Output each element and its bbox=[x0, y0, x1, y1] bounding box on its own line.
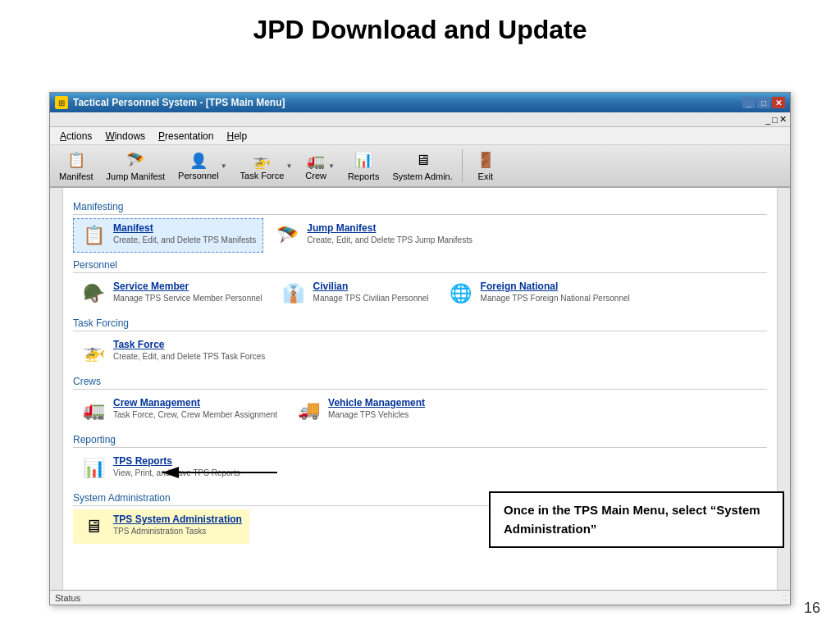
menu-actions[interactable]: Actions bbox=[53, 129, 98, 144]
crews-header: Crews bbox=[73, 376, 767, 390]
civilian-tile[interactable]: 👔 Civilian Manage TPS Civilian Personnel bbox=[273, 276, 437, 311]
inner-restore[interactable]: □ bbox=[772, 115, 778, 125]
arrow-annotation bbox=[146, 456, 294, 489]
tps-system-admin-text: TPS System Administration TPS Administra… bbox=[113, 514, 242, 536]
reports-toolbar-btn[interactable]: 📊 Reports bbox=[342, 147, 386, 185]
civilian-text: Civilian Manage TPS Civilian Personnel bbox=[313, 281, 429, 303]
menu-help[interactable]: Help bbox=[220, 129, 253, 144]
window-controls: _ □ ✕ bbox=[742, 97, 785, 108]
crew-management-icon: 🚛 bbox=[80, 397, 107, 423]
tps-system-admin-icon: 🖥 bbox=[80, 514, 107, 540]
service-member-text: Service Member Manage TPS Service Member… bbox=[113, 281, 262, 303]
page-number: 16 bbox=[804, 600, 820, 617]
jump-manifest-icon: 🪂 bbox=[126, 150, 145, 170]
crew-dropdown-arrow: ▼ bbox=[328, 162, 335, 170]
foreign-national-title: Foreign National bbox=[481, 281, 630, 292]
task-force-icon: 🚁 bbox=[252, 151, 272, 171]
jump-manifest-tile[interactable]: 🪂 Jump Manifest Create, Edit, and Delete… bbox=[267, 218, 480, 253]
civilian-icon: 👔 bbox=[281, 281, 307, 307]
vehicle-management-title: Vehicle Management bbox=[328, 397, 425, 409]
menu-windows[interactable]: Windows bbox=[98, 129, 152, 144]
exit-icon: 🚪 bbox=[476, 150, 495, 170]
tps-reports-icon: 📊 bbox=[80, 455, 107, 482]
minimize-button[interactable]: _ bbox=[742, 97, 756, 108]
jump-manifest-toolbar-btn[interactable]: 🪂 Jump Manifest bbox=[101, 147, 171, 185]
personnel-header: Personnel bbox=[73, 259, 767, 273]
tps-system-admin-desc: TPS Administration Tasks bbox=[113, 527, 242, 536]
window-title-text: Tactical Personnel System - [TPS Main Me… bbox=[73, 97, 742, 108]
service-member-desc: Manage TPS Service Member Personnel bbox=[113, 294, 262, 303]
tps-system-admin-title: TPS System Administration bbox=[113, 514, 242, 525]
jump-manifest-tile-title: Jump Manifest bbox=[307, 222, 472, 234]
civilian-title: Civilian bbox=[313, 281, 429, 292]
task-forcing-items: 🚁 Task Force Create, Edit, and Delete TP… bbox=[73, 335, 767, 369]
system-admin-label: System Admin. bbox=[392, 171, 452, 181]
toolbar-separator bbox=[462, 149, 463, 182]
task-force-tile-icon: 🚁 bbox=[80, 339, 107, 365]
toolbar: 📋 Manifest 🪂 Jump Manifest 👤 Personnel ▼… bbox=[50, 145, 790, 188]
jump-manifest-tile-icon: 🪂 bbox=[274, 222, 300, 249]
civilian-desc: Manage TPS Civilian Personnel bbox=[313, 294, 429, 303]
reports-icon: 📊 bbox=[354, 150, 373, 170]
exit-label: Exit bbox=[478, 171, 493, 181]
status-bar-label: Status bbox=[55, 593, 80, 603]
manifest-label: Manifest bbox=[59, 171, 94, 181]
system-admin-icon: 🖥 bbox=[413, 150, 432, 170]
crew-management-desc: Task Force, Crew, Crew Member Assignment bbox=[113, 410, 277, 419]
vehicle-management-text: Vehicle Management Manage TPS Vehicles bbox=[328, 397, 425, 419]
slide-title: JPD Download and Update bbox=[0, 0, 840, 57]
personnel-dropdown-arrow: ▼ bbox=[221, 162, 227, 170]
task-force-toolbar-btn[interactable]: 🚁 Task Force ▼ bbox=[235, 147, 299, 185]
inner-close[interactable]: ✕ bbox=[779, 114, 787, 125]
manifesting-header: Manifesting bbox=[73, 201, 767, 215]
reporting-header: Reporting bbox=[73, 434, 767, 448]
task-forcing-header: Task Forcing bbox=[73, 317, 767, 331]
left-sidebar bbox=[50, 188, 63, 590]
jump-manifest-tile-desc: Create, Edit, and Delete TPS Jump Manife… bbox=[307, 235, 472, 244]
personnel-icon: 👤 bbox=[189, 151, 208, 171]
window-app-icon: ⊞ bbox=[55, 96, 68, 109]
service-member-icon: 🪖 bbox=[80, 281, 107, 307]
crews-items: 🚛 Crew Management Task Force, Crew, Crew… bbox=[73, 393, 767, 427]
personnel-label: Personnel bbox=[178, 171, 219, 180]
jump-manifest-tile-text: Jump Manifest Create, Edit, and Delete T… bbox=[307, 222, 472, 244]
task-force-tile-text: Task Force Create, Edit, and Delete TPS … bbox=[113, 339, 265, 361]
crew-toolbar-btn[interactable]: 🚛 Crew ▼ bbox=[299, 147, 340, 185]
crew-management-tile[interactable]: 🚛 Crew Management Task Force, Crew, Crew… bbox=[73, 393, 285, 427]
callout-box: Once in the TPS Main Menu, select “Syste… bbox=[489, 491, 784, 548]
tps-system-admin-tile[interactable]: 🖥 TPS System Administration TPS Administ… bbox=[73, 509, 249, 544]
foreign-national-text: Foreign National Manage TPS Foreign Nati… bbox=[481, 281, 630, 303]
manifest-tile-icon: 📋 bbox=[80, 222, 107, 249]
exit-toolbar-btn[interactable]: 🚪 Exit bbox=[466, 147, 505, 185]
reports-label: Reports bbox=[348, 171, 380, 181]
task-force-tile-desc: Create, Edit, and Delete TPS Task Forces bbox=[113, 352, 265, 361]
service-member-tile[interactable]: 🪖 Service Member Manage TPS Service Memb… bbox=[73, 276, 270, 311]
inner-minimize[interactable]: _ bbox=[765, 115, 770, 125]
menu-bar: Actions Windows Presentation Help bbox=[50, 127, 790, 145]
maximize-button[interactable]: □ bbox=[757, 97, 770, 108]
task-force-tile[interactable]: 🚁 Task Force Create, Edit, and Delete TP… bbox=[73, 335, 272, 369]
task-force-tile-title: Task Force bbox=[113, 339, 265, 350]
manifest-toolbar-btn[interactable]: 📋 Manifest bbox=[53, 147, 99, 185]
jump-manifest-label: Jump Manifest bbox=[107, 171, 166, 181]
personnel-items: 🪖 Service Member Manage TPS Service Memb… bbox=[73, 276, 767, 311]
crew-management-text: Crew Management Task Force, Crew, Crew M… bbox=[113, 397, 277, 419]
close-button[interactable]: ✕ bbox=[772, 97, 785, 108]
task-force-dropdown-arrow: ▼ bbox=[285, 162, 292, 170]
manifest-tile[interactable]: 📋 Manifest Create, Edit, and Delete TPS … bbox=[73, 218, 263, 253]
personnel-toolbar-btn[interactable]: 👤 Personnel ▼ bbox=[172, 147, 232, 185]
menu-presentation[interactable]: Presentation bbox=[152, 129, 220, 144]
manifest-icon: 📋 bbox=[66, 150, 86, 170]
manifesting-items: 📋 Manifest Create, Edit, and Delete TPS … bbox=[73, 218, 767, 253]
manifest-tile-text: Manifest Create, Edit, and Delete TPS Ma… bbox=[113, 222, 256, 244]
vehicle-management-desc: Manage TPS Vehicles bbox=[328, 410, 425, 419]
service-member-title: Service Member bbox=[113, 281, 262, 292]
foreign-national-tile[interactable]: 🌐 Foreign National Manage TPS Foreign Na… bbox=[441, 276, 637, 311]
system-admin-toolbar-btn[interactable]: 🖥 System Admin. bbox=[386, 147, 458, 185]
manifest-tile-desc: Create, Edit, and Delete TPS Manifests bbox=[113, 235, 256, 244]
task-force-label: Task Force bbox=[240, 171, 285, 180]
vehicle-management-tile[interactable]: 🚚 Vehicle Management Manage TPS Vehicles bbox=[288, 393, 452, 427]
callout-text: Once in the TPS Main Menu, select “Syste… bbox=[504, 503, 760, 536]
status-bar-grip: :: bbox=[782, 593, 790, 602]
crew-management-title: Crew Management bbox=[113, 397, 277, 409]
